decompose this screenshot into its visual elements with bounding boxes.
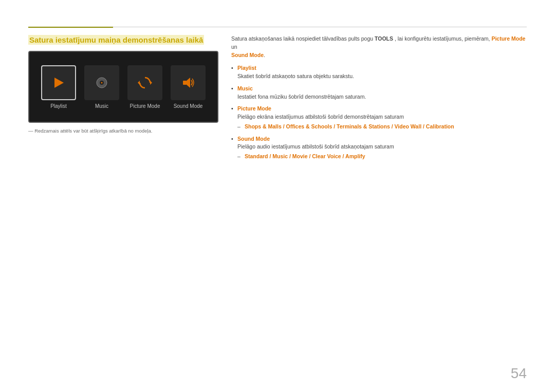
sub-link-sound: Standard / Music / Movie / Clear Voice /… (245, 153, 365, 159)
bullet-playlist: Playlist Skatiet šobrīd atskaņoto satura… (231, 64, 527, 81)
sound-mode-item: Sound Mode (168, 65, 209, 109)
playlist-item: Playlist (38, 65, 79, 109)
footnote: — Redzamais attēls var būt atšķirīgs atk… (28, 128, 229, 134)
sound-mode-icon-box (171, 65, 206, 100)
picture-mode-item: Picture Mode (124, 65, 165, 109)
picture-mode-label: Picture Mode (130, 103, 160, 109)
bullet-playlist-title: Playlist (237, 65, 256, 71)
intro-tools: TOOLS (375, 35, 393, 42)
sub-bullet-picture: Shops & Malls / Offices & Schools / Term… (237, 123, 527, 131)
sound-mode-label: Sound Mode (174, 103, 203, 109)
picture-mode-icon-box (127, 65, 162, 100)
right-panel: Satura atskaņošanas laikā nospiediet tāl… (231, 35, 527, 165)
svg-rect-10 (183, 81, 187, 85)
bullet-picture-mode-desc: Pielāgo ekrāna iestatījumus atbilstoši š… (237, 113, 527, 121)
bullet-music-title: Music (237, 85, 253, 91)
intro-picture-mode: Picture Mode (491, 35, 525, 42)
top-line-accent (28, 27, 113, 28)
music-label: Music (95, 103, 108, 109)
bullet-sound-mode-title: Sound Mode (237, 136, 270, 142)
intro-sound-mode: Sound Mode (231, 52, 264, 58)
bullet-picture-mode: Picture Mode Pielāgo ekrāna iestatījumus… (231, 105, 527, 130)
section-title: Satura iestatījumu maiņa demonstrēšanas … (28, 35, 204, 45)
playlist-label: Playlist (50, 103, 67, 109)
sound-mode-icon (179, 73, 197, 92)
bullet-music: Music Iestatiet fona mūziku šobrīd demon… (231, 85, 527, 101)
bullet-music-desc: Iestatiet fona mūziku šobrīd demonstrēta… (237, 93, 527, 101)
bullet-list: Playlist Skatiet šobrīd atskaņoto satura… (231, 64, 527, 161)
bullet-picture-mode-title: Picture Mode (237, 105, 271, 111)
playlist-icon-box (41, 65, 76, 100)
page-number: 54 (511, 365, 527, 382)
intro-end: . (264, 52, 265, 58)
intro-prefix: Satura atskaņošanas laikā nospiediet tāl… (231, 35, 373, 42)
left-panel: Satura iestatījumu maiņa demonstrēšanas … (28, 35, 229, 134)
bullet-playlist-desc: Skatiet šobrīd atskaņoto satura objektu … (237, 72, 527, 81)
intro-mid: , lai konfigurētu iestatījumus, piemēram… (395, 35, 490, 42)
sub-link-picture: Shops & Malls / Offices & Schools / Term… (245, 123, 454, 129)
intro-text: Satura atskaņošanas laikā nospiediet tāl… (231, 35, 527, 59)
bullet-sound-mode: Sound Mode Pielāgo audio iestatījumus at… (231, 135, 527, 161)
svg-point-5 (101, 82, 103, 83)
picture-mode-icon (136, 73, 154, 92)
music-icon (92, 73, 111, 92)
intro-un: un (231, 44, 237, 50)
music-icon-box (84, 65, 119, 100)
player-box: Playlist Music (28, 51, 218, 123)
sub-bullet-sound: Standard / Music / Movie / Clear Voice /… (237, 153, 527, 161)
bullet-sound-mode-desc: Pielāgo audio iestatījumus atbilstoši šo… (237, 143, 527, 151)
playlist-icon (49, 73, 68, 92)
music-item: Music (81, 65, 122, 109)
